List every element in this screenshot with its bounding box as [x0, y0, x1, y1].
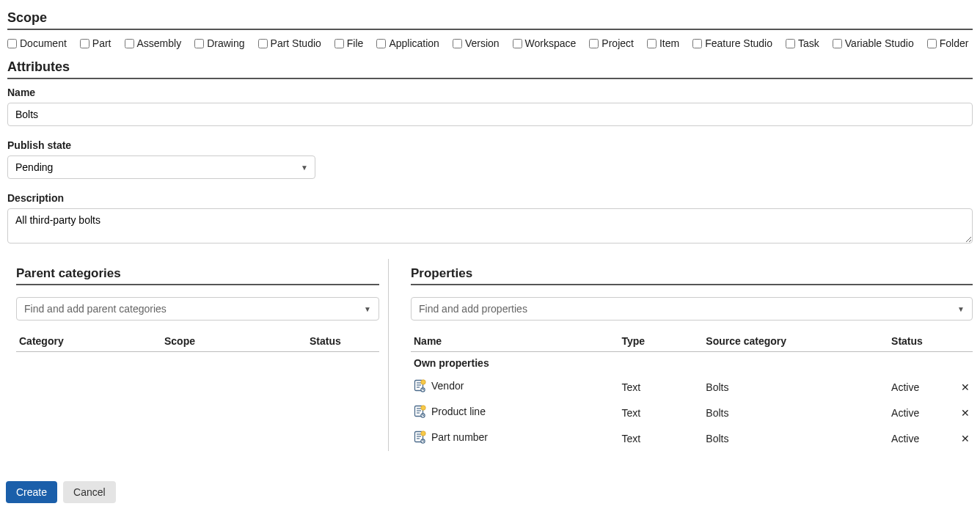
parent-categories-divider: [16, 284, 379, 285]
chevron-down-icon: ▼: [957, 305, 965, 313]
property-source: Bolts: [703, 425, 888, 451]
scope-checkbox-list: DocumentPartAssemblyDrawingPart StudioFi…: [7, 37, 973, 49]
scope-item-assembly[interactable]: Assembly: [125, 37, 182, 49]
description-textarea[interactable]: [7, 208, 973, 243]
scope-checkbox[interactable]: [194, 39, 204, 48]
scope-header: Scope: [7, 10, 973, 26]
property-name: Vendor: [431, 380, 464, 392]
properties-header: Properties: [411, 266, 973, 281]
scope-item-folder[interactable]: Folder: [927, 37, 969, 49]
remove-property-button[interactable]: ✕: [945, 425, 973, 451]
svg-point-4: [421, 380, 425, 384]
scope-label: Document: [20, 37, 67, 49]
scope-item-variable-studio[interactable]: Variable Studio: [833, 37, 914, 49]
property-icon: [414, 379, 427, 395]
scope-item-application[interactable]: Application: [376, 37, 439, 49]
property-type: Text: [618, 425, 703, 451]
scope-label: Drawing: [207, 37, 244, 49]
scope-item-file[interactable]: File: [334, 37, 364, 49]
col-status: Status: [307, 331, 379, 352]
scope-label: Part: [92, 37, 111, 49]
attributes-divider: [7, 78, 973, 79]
attributes-header: Attributes: [7, 59, 973, 75]
scope-checkbox[interactable]: [376, 39, 386, 48]
scope-checkbox[interactable]: [513, 39, 522, 48]
scope-checkbox[interactable]: [692, 39, 702, 48]
svg-point-10: [421, 406, 425, 410]
scope-checkbox[interactable]: [80, 39, 89, 48]
scope-label: Part Studio: [271, 37, 321, 49]
scope-checkbox[interactable]: [833, 39, 842, 48]
property-icon: [414, 405, 427, 420]
properties-search-placeholder: Find and add properties: [419, 303, 527, 315]
scope-checkbox[interactable]: [258, 39, 268, 48]
col-name: Name: [411, 331, 618, 352]
scope-label: Feature Studio: [705, 37, 772, 49]
parent-categories-table: Category Scope Status: [16, 331, 379, 352]
scope-item-project[interactable]: Project: [589, 37, 634, 49]
scope-checkbox[interactable]: [334, 39, 344, 48]
scope-item-workspace[interactable]: Workspace: [513, 37, 577, 49]
scope-label: Version: [465, 37, 500, 49]
scope-label: Project: [601, 37, 634, 49]
property-status: Active: [888, 425, 945, 451]
properties-search[interactable]: Find and add properties ▼: [411, 297, 973, 321]
property-source: Bolts: [703, 400, 888, 425]
chevron-down-icon: ▼: [364, 305, 371, 313]
scope-item-document[interactable]: Document: [7, 37, 67, 49]
col-type: Type: [618, 331, 703, 352]
property-type: Text: [618, 374, 703, 400]
scope-label: Variable Studio: [845, 37, 914, 49]
scope-label: Assembly: [137, 37, 182, 49]
scope-item-part[interactable]: Part: [80, 37, 111, 49]
scope-label: File: [347, 37, 364, 49]
property-name: Product line: [431, 406, 486, 417]
scope-checkbox[interactable]: [125, 39, 134, 48]
property-row: Product lineTextBoltsActive✕: [411, 400, 973, 425]
scope-checkbox[interactable]: [7, 39, 17, 48]
property-status: Active: [888, 400, 945, 425]
property-type: Text: [618, 400, 703, 425]
col-status: Status: [888, 331, 945, 352]
col-scope: Scope: [161, 331, 307, 352]
properties-divider: [411, 284, 973, 285]
property-icon: [414, 431, 427, 446]
scope-item-part-studio[interactable]: Part Studio: [258, 37, 321, 49]
scope-item-drawing[interactable]: Drawing: [194, 37, 244, 49]
name-label: Name: [7, 87, 973, 98]
create-button[interactable]: Create: [6, 481, 57, 503]
scope-checkbox[interactable]: [589, 39, 599, 48]
scope-item-task[interactable]: Task: [786, 37, 819, 49]
cancel-button[interactable]: Cancel: [63, 481, 116, 503]
parent-categories-search-placeholder: Find and add parent categories: [24, 303, 167, 315]
property-source: Bolts: [703, 374, 888, 400]
property-status: Active: [888, 374, 945, 400]
col-source: Source category: [703, 331, 888, 352]
parent-categories-search[interactable]: Find and add parent categories ▼: [16, 297, 379, 321]
scope-label: Item: [659, 37, 679, 49]
own-properties-label: Own properties: [411, 352, 973, 375]
scope-checkbox[interactable]: [786, 39, 795, 48]
scope-divider: [7, 29, 973, 30]
scope-label: Workspace: [525, 37, 577, 49]
scope-label: Application: [389, 37, 439, 49]
description-label: Description: [7, 192, 973, 204]
remove-property-button[interactable]: ✕: [945, 400, 973, 425]
col-category: Category: [16, 331, 161, 352]
scope-checkbox[interactable]: [927, 39, 937, 48]
scope-checkbox[interactable]: [453, 39, 462, 48]
publish-state-select[interactable]: Pending: [7, 155, 315, 179]
scope-item-version[interactable]: Version: [453, 37, 500, 49]
parent-categories-header: Parent categories: [16, 266, 379, 281]
svg-point-16: [421, 431, 425, 436]
scope-item-feature-studio[interactable]: Feature Studio: [692, 37, 772, 49]
properties-table: Name Type Source category Status Own pro…: [411, 331, 973, 451]
property-row: Part numberTextBoltsActive✕: [411, 425, 973, 451]
publish-state-label: Publish state: [7, 139, 973, 151]
name-input[interactable]: [7, 103, 973, 126]
scope-item-item[interactable]: Item: [647, 37, 679, 49]
scope-checkbox[interactable]: [647, 39, 657, 48]
remove-property-button[interactable]: ✕: [945, 374, 973, 400]
scope-label: Folder: [940, 37, 969, 49]
property-row: VendorTextBoltsActive✕: [411, 374, 973, 400]
